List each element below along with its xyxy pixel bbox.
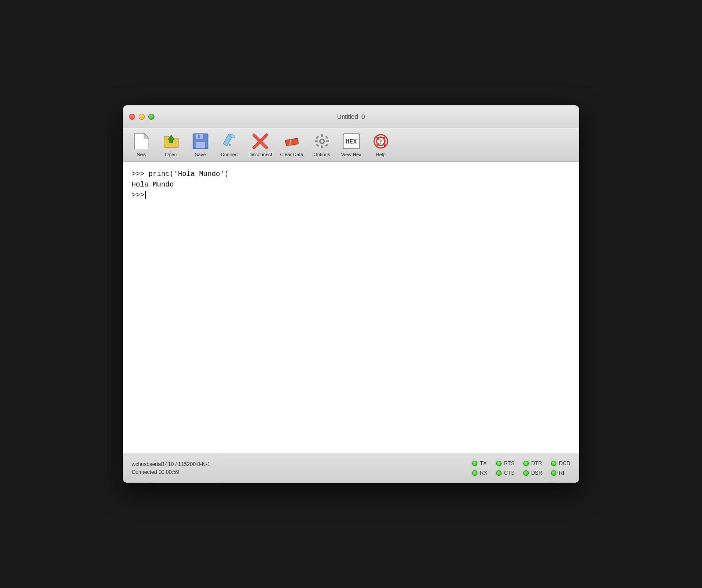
status-bar: wchusbserial1410 / 115200 8-N-1 Connecte… bbox=[123, 453, 579, 483]
rts-cts-group: RTS CTS bbox=[496, 460, 515, 476]
new-icon bbox=[133, 133, 150, 150]
view-hex-label: View Hex bbox=[341, 152, 361, 157]
dtr-label: DTR bbox=[531, 460, 542, 466]
rx-label: RX bbox=[480, 470, 487, 476]
rx-indicator: RX bbox=[472, 470, 487, 476]
open-button[interactable]: Open bbox=[157, 131, 185, 159]
title-bar: Untitled_0 bbox=[123, 105, 579, 128]
cts-indicator: CTS bbox=[496, 470, 515, 476]
svg-marker-10 bbox=[229, 144, 231, 147]
window-title: Untitled_0 bbox=[337, 113, 365, 120]
svg-rect-22 bbox=[315, 140, 318, 142]
terminal-line-2: Hola Mundo bbox=[132, 179, 570, 190]
svg-rect-24 bbox=[315, 136, 319, 139]
ri-indicator: RI bbox=[551, 470, 570, 476]
save-button[interactable]: Save bbox=[186, 131, 215, 159]
svg-rect-7 bbox=[196, 142, 205, 148]
dtr-dsr-group: DTR DSR bbox=[523, 460, 542, 476]
open-label: Open bbox=[165, 152, 177, 157]
app-window: Untitled_0 New bbox=[123, 105, 579, 483]
connect-label: Connect bbox=[221, 152, 239, 157]
ri-led bbox=[551, 470, 556, 476]
svg-rect-26 bbox=[315, 143, 319, 147]
connect-button[interactable]: Connect bbox=[215, 131, 244, 159]
svg-rect-25 bbox=[325, 136, 328, 139]
new-label: New bbox=[136, 152, 146, 157]
help-label: Help bbox=[376, 152, 386, 157]
terminal-prompt: >>> bbox=[132, 190, 144, 201]
connection-info: wchusbserial1410 / 115200 8-N-1 bbox=[132, 461, 472, 467]
status-info: wchusbserial1410 / 115200 8-N-1 Connecte… bbox=[132, 461, 472, 475]
tx-indicator: TX bbox=[472, 460, 487, 466]
dcd-led bbox=[551, 461, 556, 466]
close-button[interactable] bbox=[129, 114, 135, 120]
terminal-line-1: >>> print('Hola Mundo') bbox=[132, 169, 570, 179]
cursor bbox=[145, 191, 146, 199]
clear-data-label: Clear Data bbox=[280, 152, 303, 157]
options-button[interactable]: Options bbox=[308, 131, 336, 159]
dcd-label: DCD bbox=[559, 460, 570, 466]
tx-rx-group: TX RX bbox=[472, 460, 487, 476]
maximize-button[interactable] bbox=[148, 114, 154, 120]
dtr-led bbox=[523, 461, 529, 466]
rts-indicator: RTS bbox=[496, 460, 515, 466]
svg-text:?: ? bbox=[379, 138, 382, 145]
minimize-button[interactable] bbox=[139, 114, 145, 120]
help-button[interactable]: ? Help bbox=[366, 131, 395, 159]
svg-rect-21 bbox=[321, 145, 323, 148]
ri-label: RI bbox=[559, 470, 564, 476]
view-hex-button[interactable]: HEX View Hex bbox=[337, 131, 365, 159]
disconnect-icon bbox=[251, 133, 269, 150]
cts-label: CTS bbox=[504, 470, 515, 476]
dsr-indicator: DSR bbox=[523, 470, 542, 476]
clear-data-button[interactable]: Clear Data bbox=[276, 131, 307, 159]
svg-marker-1 bbox=[144, 133, 149, 138]
tx-led bbox=[472, 461, 477, 466]
disconnect-label: Disconnect bbox=[248, 152, 272, 157]
terminal-area[interactable]: >>> print('Hola Mundo') Hola Mundo >>> bbox=[123, 162, 579, 453]
dsr-led bbox=[523, 470, 529, 476]
svg-rect-27 bbox=[325, 143, 328, 147]
save-label: Save bbox=[195, 152, 206, 157]
connection-time: Connected 00:00:59 bbox=[132, 469, 472, 475]
help-icon: ? bbox=[372, 133, 390, 150]
open-icon bbox=[162, 133, 180, 150]
rx-led bbox=[472, 470, 477, 476]
svg-rect-23 bbox=[326, 140, 329, 142]
svg-rect-20 bbox=[321, 134, 323, 137]
tx-label: TX bbox=[480, 460, 487, 466]
toolbar: New Open bbox=[123, 128, 579, 162]
options-icon bbox=[313, 133, 331, 150]
window-controls bbox=[129, 114, 154, 120]
hex-box: HEX bbox=[343, 133, 360, 149]
clear-data-icon bbox=[283, 133, 301, 150]
connect-icon bbox=[221, 133, 239, 150]
disconnect-button[interactable]: Disconnect bbox=[245, 131, 276, 159]
svg-rect-8 bbox=[198, 135, 200, 139]
terminal-prompt-line: >>> bbox=[132, 190, 570, 201]
rts-label: RTS bbox=[504, 460, 515, 466]
svg-point-19 bbox=[321, 140, 323, 143]
cts-led bbox=[496, 470, 501, 476]
svg-rect-16 bbox=[285, 138, 298, 146]
save-icon bbox=[192, 133, 209, 150]
options-label: Options bbox=[314, 152, 330, 157]
dtr-indicator: DTR bbox=[523, 460, 542, 466]
dcd-ri-group: DCD RI bbox=[551, 460, 570, 476]
dcd-indicator: DCD bbox=[551, 460, 570, 466]
status-indicators: TX RX RTS CTS bbox=[472, 460, 570, 476]
rts-led bbox=[496, 461, 501, 466]
new-button[interactable]: New bbox=[127, 131, 156, 159]
dsr-label: DSR bbox=[531, 470, 542, 476]
view-hex-icon: HEX bbox=[343, 133, 360, 150]
